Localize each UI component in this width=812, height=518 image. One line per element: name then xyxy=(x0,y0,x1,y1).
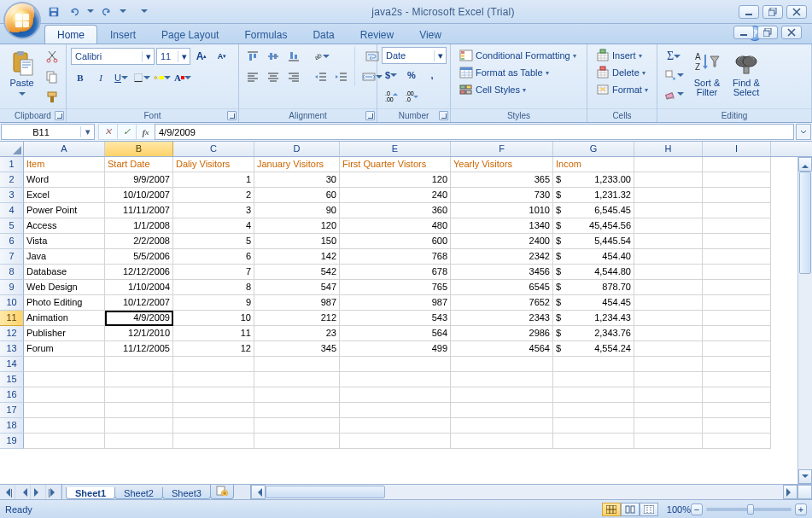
page-layout-view-button[interactable] xyxy=(621,503,640,516)
decrease-indent-button[interactable] xyxy=(312,67,330,86)
clipboard-dialog-launcher[interactable] xyxy=(55,111,64,120)
cell-B8[interactable]: 12/12/2006 xyxy=(105,265,173,280)
cell-B17[interactable] xyxy=(105,403,173,418)
cell-H12[interactable] xyxy=(634,326,703,341)
cell-I14[interactable] xyxy=(703,357,771,372)
cell-E5[interactable]: 480 xyxy=(340,218,451,234)
align-left-button[interactable] xyxy=(243,67,262,86)
ribbon-tab-home[interactable]: Home xyxy=(44,25,97,44)
tab-nav-next[interactable] xyxy=(31,485,46,499)
cell-I12[interactable] xyxy=(703,326,771,341)
cell-E19[interactable] xyxy=(340,434,451,449)
align-middle-button[interactable] xyxy=(264,47,283,66)
zoom-out-button[interactable]: − xyxy=(691,503,703,515)
col-header-I[interactable]: I xyxy=(703,142,771,156)
cell-C9[interactable]: 8 xyxy=(173,280,254,295)
underline-button[interactable]: U xyxy=(112,68,131,87)
cell-E1[interactable]: First Quarter Vistors xyxy=(340,157,451,172)
copy-button[interactable] xyxy=(43,67,61,86)
alignment-dialog-launcher[interactable] xyxy=(365,111,375,120)
scroll-up-button[interactable] xyxy=(798,157,812,172)
cell-H19[interactable] xyxy=(634,434,703,449)
cell-A5[interactable]: Access xyxy=(24,218,105,234)
cell-G17[interactable] xyxy=(553,403,634,418)
hscroll-thumb[interactable] xyxy=(266,486,385,498)
cell-B3[interactable]: 10/10/2007 xyxy=(105,188,173,203)
cell-C18[interactable] xyxy=(173,418,254,434)
hscroll-split[interactable] xyxy=(797,485,812,499)
formula-input[interactable]: 4/9/2009 xyxy=(155,124,794,140)
row-header-4[interactable]: 4 xyxy=(0,203,24,218)
insert-function-button[interactable]: fx xyxy=(136,124,155,140)
minimize-button[interactable] xyxy=(739,5,759,19)
cell-E8[interactable]: 678 xyxy=(340,265,451,280)
cell-B2[interactable]: 9/9/2007 xyxy=(105,172,173,188)
cell-A2[interactable]: Word xyxy=(24,172,105,188)
cell-F9[interactable]: 6545 xyxy=(451,280,553,295)
cell-I11[interactable] xyxy=(703,311,771,326)
cell-H11[interactable] xyxy=(634,311,703,326)
fill-color-button[interactable] xyxy=(153,68,172,87)
page-break-view-button[interactable] xyxy=(640,503,658,516)
enter-button[interactable]: ✓ xyxy=(117,124,136,140)
cell-C15[interactable] xyxy=(173,372,254,387)
cut-button[interactable] xyxy=(43,47,61,66)
col-header-C[interactable]: C xyxy=(173,142,254,156)
cell-B12[interactable]: 12/1/2010 xyxy=(105,326,173,341)
cell-I15[interactable] xyxy=(703,372,771,387)
cell-A18[interactable] xyxy=(24,418,105,434)
cell-H8[interactable] xyxy=(634,265,703,280)
ribbon-tab-insert[interactable]: Insert xyxy=(97,25,149,44)
border-button[interactable] xyxy=(132,68,151,87)
cell-F8[interactable]: 3456 xyxy=(451,265,553,280)
cell-I2[interactable] xyxy=(703,172,771,188)
cell-D18[interactable] xyxy=(254,418,340,434)
cell-I4[interactable] xyxy=(703,203,771,218)
row-header-16[interactable]: 16 xyxy=(0,387,24,403)
cell-G19[interactable] xyxy=(553,434,634,449)
cell-D16[interactable] xyxy=(254,387,340,403)
row-header-7[interactable]: 7 xyxy=(0,249,24,265)
row-header-13[interactable]: 13 xyxy=(0,341,24,357)
fill-button[interactable] xyxy=(662,66,686,84)
cell-H6[interactable] xyxy=(634,234,703,249)
cell-F10[interactable]: 7652 xyxy=(451,295,553,311)
cell-F7[interactable]: 2342 xyxy=(451,249,553,265)
cell-B18[interactable] xyxy=(105,418,173,434)
increase-font-button[interactable]: A▴ xyxy=(192,47,211,66)
cell-C3[interactable]: 2 xyxy=(173,188,254,203)
ribbon-tab-data[interactable]: Data xyxy=(300,25,347,44)
cell-I10[interactable] xyxy=(703,295,771,311)
cell-I9[interactable] xyxy=(703,280,771,295)
italic-button[interactable]: I xyxy=(91,68,110,87)
row-header-8[interactable]: 8 xyxy=(0,265,24,280)
cell-I1[interactable] xyxy=(703,157,771,172)
cell-H4[interactable] xyxy=(634,203,703,218)
cell-H7[interactable] xyxy=(634,249,703,265)
col-header-F[interactable]: F xyxy=(451,142,553,156)
cell-G16[interactable] xyxy=(553,387,634,403)
cell-C19[interactable] xyxy=(173,434,254,449)
cell-E15[interactable] xyxy=(340,372,451,387)
accounting-format-button[interactable]: $ xyxy=(382,66,400,84)
cell-B1[interactable]: Start Date xyxy=(105,157,173,172)
scroll-left-button[interactable] xyxy=(251,485,266,499)
tab-nav-prev[interactable] xyxy=(15,485,31,499)
cell-A19[interactable] xyxy=(24,434,105,449)
cell-A6[interactable]: Vista xyxy=(24,234,105,249)
decrease-font-button[interactable]: A▾ xyxy=(213,47,231,66)
cell-A4[interactable]: Power Point xyxy=(24,203,105,218)
font-size-combo[interactable]: 11▾ xyxy=(156,48,190,65)
cell-D15[interactable] xyxy=(254,372,340,387)
cell-B9[interactable]: 1/10/2004 xyxy=(105,280,173,295)
cell-G14[interactable] xyxy=(553,357,634,372)
zoom-in-button[interactable]: + xyxy=(795,503,807,515)
row-header-2[interactable]: 2 xyxy=(0,172,24,188)
zoom-thumb[interactable] xyxy=(747,504,754,515)
row-header-9[interactable]: 9 xyxy=(0,280,24,295)
cell-H2[interactable] xyxy=(634,172,703,188)
row-header-5[interactable]: 5 xyxy=(0,218,24,234)
cell-I16[interactable] xyxy=(703,387,771,403)
row-header-17[interactable]: 17 xyxy=(0,403,24,418)
cell-E3[interactable]: 240 xyxy=(340,188,451,203)
